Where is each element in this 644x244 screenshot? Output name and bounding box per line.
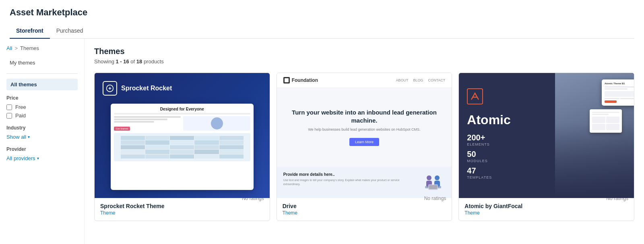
content-title: Themes (94, 47, 634, 56)
sprocket-rocket-name: Sprocket Rocket Theme (100, 203, 165, 209)
product-card-drive[interactable]: Foundation ABOUT BLOG CONTACT Turn your … (277, 73, 452, 221)
sidebar-item-all-themes[interactable]: All themes (6, 79, 78, 90)
price-filter-label: Price (6, 95, 78, 101)
industry-filter-group: Industry Show all ▾ (6, 125, 78, 140)
atomic-modules-label: MODULES (467, 159, 547, 163)
price-free-label: Free (15, 104, 26, 110)
foundation-nav-blog: BLOG (413, 78, 423, 82)
atomic-footer: Atomic by GiantFocal Theme No ratings (464, 203, 628, 216)
atomic-name: Atomic by GiantFocal (464, 203, 522, 209)
sprocket-rocket-type: Theme (100, 210, 165, 216)
drive-ratings: No ratings (424, 196, 446, 201)
foundation-bottom-desc: Use text and images to tell your company… (283, 178, 416, 186)
industry-filter-label: Industry (6, 125, 78, 131)
rocket-logo-icon (103, 81, 117, 96)
product-grid: Sprocket Rocket Designed for Everyone (94, 73, 634, 221)
industry-show-all-button[interactable]: Show all ▾ (6, 134, 78, 140)
drive-info: Drive Theme No ratings (277, 198, 452, 221)
foundation-nav-about: ABOUT (396, 78, 408, 82)
showing-range: 1 - 16 (116, 58, 129, 65)
foundation-nav: ABOUT BLOG CONTACT (396, 78, 445, 82)
atomic-info: Atomic by GiantFocal Theme No ratings (459, 198, 634, 221)
industry-show-all-label: Show all (6, 134, 26, 140)
provider-filter-group: Provider All providers ▾ (6, 146, 78, 161)
svg-rect-0 (285, 78, 289, 82)
of-text: of (129, 58, 136, 65)
price-paid-option[interactable]: Paid (6, 113, 78, 119)
sprocket-mockup: Designed for Everyone Get Started (111, 104, 254, 190)
breadcrumb: All > Themes (6, 45, 78, 51)
foundation-logo: Foundation (283, 77, 318, 83)
page-title: Asset Marketplace (10, 7, 634, 18)
sidebar-item-my-themes[interactable]: My themes (6, 57, 78, 69)
drive-type: Theme (283, 210, 297, 216)
main-layout: All > Themes My themes All themes Price … (0, 39, 644, 244)
price-paid-label: Paid (15, 113, 26, 119)
drive-name: Drive (283, 203, 297, 209)
foundation-hero: Turn your website into an inbound lead g… (277, 88, 452, 167)
svg-rect-7 (429, 185, 437, 189)
foundation-top-bar: Foundation ABOUT BLOG CONTACT (277, 73, 452, 88)
atomic-stat-elements: 200+ ELEMENTS (467, 133, 547, 146)
sprocket-brand-name: Sprocket Rocket (121, 85, 172, 92)
price-free-checkbox[interactable] (6, 104, 12, 110)
product-card-atomic[interactable]: Atomic 200+ ELEMENTS 50 MODULES 47 (458, 73, 634, 221)
chevron-down-icon-provider: ▾ (37, 156, 39, 161)
drive-footer: Drive Theme No ratings (283, 203, 446, 216)
tabs-bar: Storefront Purchased (10, 23, 634, 39)
showing-prefix: Showing (94, 58, 116, 65)
content-area: Themes Showing 1 - 16 of 18 products (85, 39, 644, 244)
content-subtitle: Showing 1 - 16 of 18 products (94, 58, 634, 65)
sidebar: All > Themes My themes All themes Price … (0, 39, 85, 244)
atomic-stat-modules: 50 MODULES (467, 150, 547, 163)
atomic-right: Atomic Theme B1 (555, 73, 634, 198)
provider-show-all-button[interactable]: All providers ▾ (6, 155, 78, 161)
person-illustration (421, 172, 445, 192)
atomic-logo-icon (467, 88, 483, 104)
tab-purchased[interactable]: Purchased (50, 23, 90, 39)
drive-image: Foundation ABOUT BLOG CONTACT Turn your … (277, 73, 452, 198)
foundation-sub: We help businesses build lead generation… (308, 127, 420, 131)
price-filter-group: Price Free Paid (6, 95, 78, 119)
atomic-elements-num: 200+ (467, 133, 547, 142)
foundation-brand: Foundation (292, 77, 318, 83)
tab-storefront[interactable]: Storefront (10, 23, 50, 39)
atomic-title: Atomic (467, 113, 547, 127)
page-wrapper: Asset Marketplace Storefront Purchased A… (0, 0, 644, 244)
provider-filter-label: Provider (6, 146, 78, 152)
atomic-logo-area (467, 88, 547, 108)
breadcrumb-current: Themes (20, 45, 39, 51)
atomic-type: Theme (464, 210, 522, 216)
all-providers-label: All providers (6, 155, 35, 161)
header: Asset Marketplace (0, 0, 644, 23)
total-count: 18 (136, 58, 142, 65)
atomic-templates-num: 47 (467, 166, 547, 175)
price-paid-checkbox[interactable] (6, 113, 12, 119)
atomic-elements-label: ELEMENTS (467, 142, 547, 146)
foundation-bottom-title: Provide more details here.. (283, 172, 416, 177)
sidebar-divider (6, 73, 78, 74)
price-free-option[interactable]: Free (6, 104, 78, 110)
atomic-templates-label: TEMPLATES (467, 175, 547, 179)
atomic-modules-num: 50 (467, 150, 547, 159)
atomic-stat-templates: 47 TEMPLATES (467, 166, 547, 179)
atomic-left: Atomic 200+ ELEMENTS 50 MODULES 47 (459, 73, 555, 198)
foundation-logo-icon (283, 77, 290, 83)
atomic-image: Atomic 200+ ELEMENTS 50 MODULES 47 (459, 73, 634, 198)
breadcrumb-all[interactable]: All (6, 45, 12, 51)
sprocket-footer: Sprocket Rocket Theme Theme No ratings (100, 203, 264, 216)
breadcrumb-separator: > (14, 45, 18, 51)
foundation-learn-more-button[interactable]: Learn More (349, 138, 379, 146)
foundation-bottom: Provide more details here.. Use text and… (277, 167, 452, 198)
chevron-down-icon: ▾ (28, 135, 30, 139)
sprocket-rocket-info: Sprocket Rocket Theme Theme No ratings (95, 198, 270, 221)
product-card-sprocket-rocket[interactable]: Sprocket Rocket Designed for Everyone (94, 73, 270, 221)
foundation-headline: Turn your website into an inbound lead g… (285, 108, 444, 124)
svg-point-3 (435, 175, 440, 180)
sprocket-header: Sprocket Rocket (103, 81, 172, 96)
foundation-nav-contact: CONTACT (428, 78, 445, 82)
svg-point-1 (427, 175, 431, 180)
products-suffix: products (142, 58, 163, 65)
sprocket-rocket-image: Sprocket Rocket Designed for Everyone (95, 73, 270, 198)
foundation-bottom-text: Provide more details here.. Use text and… (283, 172, 416, 186)
